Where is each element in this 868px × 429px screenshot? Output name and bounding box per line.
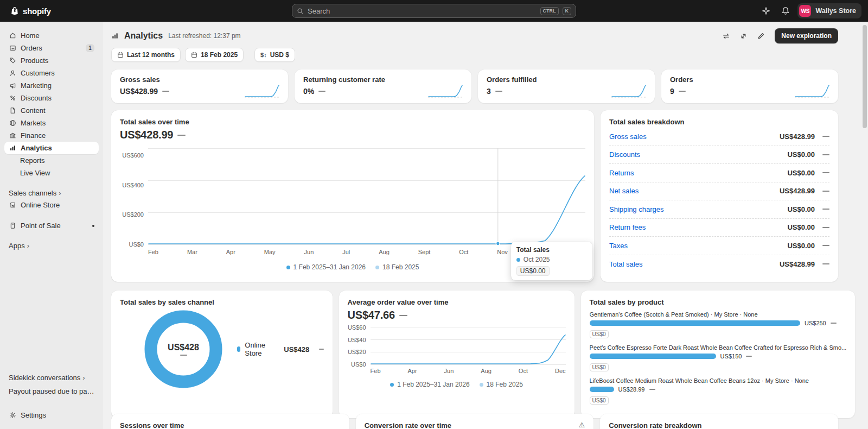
sidebar-item-online-store[interactable]: Online Store [4,199,99,211]
breakdown-row: TaxesUS$0.00 [609,237,829,255]
notifications-button[interactable] [778,3,793,18]
sidebar-item-customers[interactable]: Customers [4,67,99,79]
sidebar-item-orders[interactable]: Orders 1 [4,42,99,54]
product-sales-bar[interactable] [590,354,716,359]
total-sales-over-time-card: Total sales over time US$428.99 US$600US… [111,110,594,282]
current-period-dot-icon [390,383,394,387]
sidebar-item-analytics[interactable]: Analytics [4,142,99,154]
no-change-indicator [822,209,829,210]
store-account-button[interactable]: WS Wallys Store [797,3,861,18]
breakdown-value: US$0.00 [787,169,815,177]
breakdown-row: DiscountsUS$0.00 [609,146,829,165]
filters-bar: Last 12 months 18 Feb 2025 $↕ USD $ [111,48,838,62]
kpi-card-orders[interactable]: Orders 9 [661,70,838,103]
apps-header[interactable]: Apps › [4,240,99,251]
sidebar-item-label: Discounts [21,94,52,102]
sidebar-item-reports[interactable]: Reports [4,154,99,167]
kpi-card-orders-fulfilled[interactable]: Orders fulfilled 3 [478,70,655,103]
sidebar-item-label: Point of Sale [21,222,61,230]
sidekick-conversations[interactable]: Sidekick conversations › [4,372,99,383]
no-change-indicator [822,227,829,228]
page-header: Analytics Last refreshed: 12:37 pm New e… [111,28,838,43]
aov-line-chart[interactable] [371,327,566,365]
no-change-indicator [495,91,502,92]
kpi-title: Orders fulfilled [487,75,646,84]
apps-label: Apps [9,242,25,250]
product-compare-value: US$0 [590,363,609,371]
breakdown-link[interactable]: Returns [609,169,634,177]
product-sales-bar[interactable] [590,387,614,392]
axis-tick-label: Oct [519,368,528,374]
breakdown-link[interactable]: Discounts [609,150,640,159]
product-sales-bar[interactable] [590,320,800,326]
sidebar-item-markets[interactable]: Markets [4,117,99,129]
breakdown-link[interactable]: Gross sales [609,133,647,141]
chart-svg [611,84,646,98]
channel-donut-chart[interactable]: US$428 [144,310,223,389]
sidebar-item-point-of-sale[interactable]: Point of Sale [4,219,99,232]
breakdown-link[interactable]: Return fees [609,223,646,231]
channel-legend-label: Online Store [245,341,270,357]
globe-icon [9,119,16,127]
sidebar-item-label: Finance [21,131,46,140]
breakdown-link[interactable]: Shipping charges [609,205,663,213]
sidebar-item-discounts[interactable]: Discounts [4,92,99,104]
chart-svg [428,84,463,98]
new-exploration-button[interactable]: New exploration [775,28,838,43]
sidebar-item-content[interactable]: Content [4,104,99,117]
percent-icon [9,94,16,102]
sidekick-button[interactable] [758,3,774,18]
date-range-filter[interactable]: Last 12 months [111,48,181,62]
scrollbar-thumb[interactable] [863,25,867,128]
scrollbar-track[interactable] [863,25,867,427]
sidebar-item-marketing[interactable]: Marketing [4,79,99,92]
legend-current-label: 1 Feb 2025–31 Jan 2026 [293,263,366,271]
search-input[interactable]: Search CTRL K [292,4,576,18]
axis-tick-label: US$200 [122,211,144,218]
current-period-dot-icon [286,266,290,269]
compare-date-filter[interactable]: 18 Feb 2025 [185,48,244,62]
breakdown-link[interactable]: Net sales [609,187,639,195]
edit-button[interactable] [753,28,768,43]
page-title: Analytics [124,31,163,41]
shopify-admin: shopify Search CTRL K WS Wal [0,0,868,429]
expand-button[interactable] [736,28,751,43]
breakdown-row: Gross salesUS$428.99 [609,128,829,146]
no-change-indicator [319,349,323,350]
axis-tick-label: Nov [497,249,508,255]
shopify-home-link[interactable]: shopify [10,6,51,16]
currency-filter[interactable]: $↕ USD $ [254,48,295,62]
sales-channels-header[interactable]: Sales channels › [4,187,99,199]
kpi-card-gross-sales[interactable]: Gross sales US$428.99 [111,70,288,103]
axis-tick-label: Apr [226,249,235,255]
axis-tick-label: US$60 [348,324,366,331]
product-sales-value: US$250 [805,320,826,326]
sidebar-item-label: Customers [21,69,55,77]
sidebar-item-products[interactable]: Products [4,54,99,67]
breakdown-link[interactable]: Total sales [609,260,642,268]
no-change-indicator [822,191,829,192]
no-change-indicator [162,91,169,92]
product-sales-value: US$28.99 [618,386,645,393]
sidebar-item-finance[interactable]: Finance [4,129,99,142]
currency-label: USD $ [270,51,289,59]
sidebar-item-settings[interactable]: Settings [4,409,99,421]
kpi-title: Returning customer rate [303,75,463,84]
chart-svg [371,327,566,365]
sidebar-item-home[interactable]: Home [4,29,99,42]
tooltip-value: US$0.00 [516,266,550,276]
no-change-indicator [180,355,187,356]
tooltip-title: Total sales [516,246,587,254]
payout-paused-notice[interactable]: Payout paused due to paymen... [4,386,99,397]
cycle-icon [722,32,730,40]
total-sales-line-chart[interactable] [148,148,585,245]
legend-compare-label: 18 Feb 2025 [487,381,523,388]
sidebar-item-live-view[interactable]: Live View [4,167,99,179]
cycle-refresh-button[interactable] [718,28,733,43]
file-icon [9,107,16,115]
kpi-title: Orders [670,75,829,84]
home-icon [9,32,16,40]
chart-legend: 1 Feb 2025–31 Jan 2026 18 Feb 2025 [348,381,566,388]
kpi-card-returning-customer-rate[interactable]: Returning customer rate 0% [295,70,471,103]
breakdown-link[interactable]: Taxes [609,242,628,250]
